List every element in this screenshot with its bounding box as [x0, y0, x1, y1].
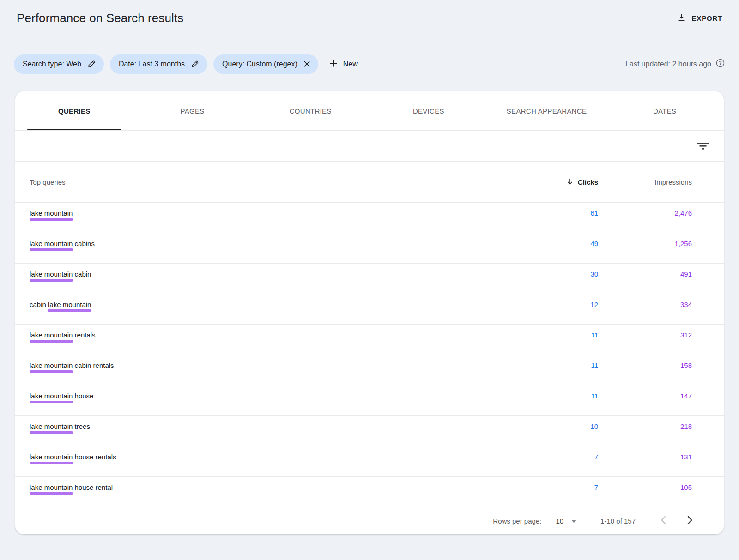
table-row: lake mountain house 11 147 — [15, 385, 724, 416]
table-row: lake mountain cabin rentals 11 158 — [15, 355, 724, 385]
clicks-value: 49 — [543, 240, 598, 248]
filter-chip-search-type[interactable]: Search type: Web — [14, 54, 104, 74]
clicks-value: 61 — [543, 209, 598, 217]
table-row: lake mountain cabin 30 491 — [15, 264, 724, 294]
pagination-range: 1-10 of 157 — [600, 517, 636, 525]
impressions-value: 1,256 — [598, 240, 692, 248]
column-header-clicks-label: Clicks — [578, 178, 598, 186]
tab-search-appearance[interactable]: SEARCH APPEARANCE — [488, 91, 606, 130]
pencil-icon[interactable] — [87, 60, 96, 68]
next-page-button[interactable] — [687, 516, 693, 526]
export-button[interactable]: EXPORT — [677, 12, 722, 24]
query-cell[interactable]: lake mountain house rental — [30, 483, 543, 492]
query-cell[interactable]: cabin lake mountain — [30, 301, 543, 309]
column-header-clicks[interactable]: Clicks — [543, 177, 598, 187]
query-text: cabins — [73, 240, 95, 247]
clicks-value: 12 — [543, 301, 598, 309]
table-row: lake mountain 61 2,476 — [15, 203, 724, 233]
impressions-value: 147 — [598, 392, 692, 400]
tab-queries[interactable]: QUERIES — [15, 91, 133, 130]
column-header-queries[interactable]: Top queries — [30, 178, 543, 186]
query-text: house rentals — [73, 453, 116, 461]
query-match-highlight: lake mountain — [30, 209, 73, 217]
query-match-highlight: lake mountain — [30, 240, 73, 247]
query-match-highlight: lake mountain — [30, 331, 73, 339]
new-filter-button[interactable]: New — [329, 59, 358, 70]
clicks-value: 11 — [543, 361, 598, 370]
table-toolbar — [15, 131, 724, 162]
tab-pages[interactable]: PAGES — [133, 91, 252, 130]
tab-countries[interactable]: COUNTRIES — [251, 91, 370, 130]
impressions-value: 2,476 — [598, 209, 692, 217]
table-header: Top queries Clicks Impressions — [15, 162, 724, 203]
clicks-value: 7 — [543, 483, 598, 492]
table-row: cabin lake mountain 12 334 — [15, 294, 724, 325]
clicks-value: 11 — [543, 331, 598, 339]
query-cell[interactable]: lake mountain cabins — [30, 240, 543, 248]
table-body: lake mountain 61 2,476 lake mountain cab… — [15, 203, 724, 507]
pencil-icon[interactable] — [191, 60, 200, 68]
query-cell[interactable]: lake mountain house — [30, 392, 543, 400]
table-footer: Rows per page: 10 1-10 of 157 — [15, 507, 724, 534]
table-row: lake mountain trees 10 218 — [15, 416, 724, 446]
help-circle-icon[interactable]: ? — [715, 58, 725, 70]
filter-list-icon — [697, 140, 709, 152]
arrow-down-icon — [566, 177, 574, 187]
new-filter-label: New — [343, 60, 358, 68]
query-text: trees — [73, 422, 90, 430]
clicks-value: 30 — [543, 270, 598, 278]
tab-devices[interactable]: DEVICES — [370, 91, 488, 130]
impressions-value: 491 — [598, 270, 692, 278]
impressions-value: 218 — [598, 422, 692, 431]
query-match-highlight: lake mountain — [30, 422, 73, 430]
table-row: lake mountain house rental 7 105 — [15, 477, 724, 507]
table-row: lake mountain house rentals 7 131 — [15, 446, 724, 477]
rows-per-page-value: 10 — [556, 517, 563, 525]
query-cell[interactable]: lake mountain rentals — [30, 331, 543, 339]
impressions-value: 158 — [598, 361, 692, 370]
query-cell[interactable]: lake mountain trees — [30, 422, 543, 431]
filter-bar: Search type: Web Date: Last 3 months Que… — [0, 36, 739, 91]
download-icon — [677, 12, 687, 24]
filter-chip-date[interactable]: Date: Last 3 months — [110, 54, 207, 74]
table-filter-button[interactable] — [697, 140, 709, 152]
clicks-value: 10 — [543, 422, 598, 431]
table-row: lake mountain cabins 49 1,256 — [15, 233, 724, 264]
query-text: house rental — [73, 483, 113, 491]
query-match-highlight: lake mountain — [30, 453, 73, 461]
clicks-value: 7 — [543, 453, 598, 461]
impressions-value: 105 — [598, 483, 692, 492]
query-text: cabin rentals — [73, 361, 114, 369]
page-header: Performance on Search results EXPORT — [13, 0, 726, 36]
last-updated-text: Last updated: 2 hours ago — [625, 60, 711, 68]
filter-chip-label: Search type: Web — [23, 60, 81, 68]
report-card: QUERIES PAGES COUNTRIES DEVICES SEARCH A… — [15, 91, 724, 534]
query-text: cabin — [30, 301, 48, 308]
query-cell[interactable]: lake mountain — [30, 209, 543, 217]
chevron-right-icon — [687, 516, 693, 526]
last-updated: Last updated: 2 hours ago ? — [625, 58, 725, 70]
page-title: Performance on Search results — [17, 11, 183, 25]
query-match-highlight: lake mountain — [30, 392, 73, 400]
previous-page-button[interactable] — [660, 516, 666, 526]
query-text: cabin — [73, 270, 91, 278]
query-text: house — [73, 392, 93, 400]
rows-per-page-select[interactable] — [571, 518, 577, 524]
tab-dates[interactable]: DATES — [606, 91, 724, 130]
impressions-value: 334 — [598, 301, 692, 309]
filter-chip-query[interactable]: Query: Custom (regex) — [213, 54, 318, 74]
close-icon[interactable] — [303, 60, 310, 67]
plus-icon — [329, 59, 338, 70]
query-match-highlight: lake mountain — [30, 270, 73, 278]
query-match-highlight: lake mountain — [30, 483, 73, 491]
query-match-highlight: lake mountain — [30, 361, 73, 369]
chevron-left-icon — [660, 516, 666, 526]
filter-chip-label: Date: Last 3 months — [119, 60, 185, 68]
query-cell[interactable]: lake mountain house rentals — [30, 453, 543, 461]
rows-per-page-label: Rows per page: — [493, 517, 541, 525]
query-match-highlight: lake mountain — [48, 301, 91, 308]
svg-text:?: ? — [719, 60, 721, 66]
query-cell[interactable]: lake mountain cabin rentals — [30, 361, 543, 370]
query-cell[interactable]: lake mountain cabin — [30, 270, 543, 278]
column-header-impressions[interactable]: Impressions — [598, 178, 692, 186]
